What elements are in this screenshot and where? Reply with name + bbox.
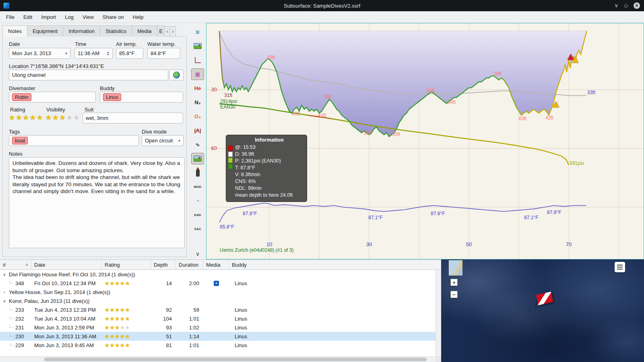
dive-mode-value: Open circuit [145,138,173,144]
menu-import[interactable]: Import [37,12,60,22]
vertical-scrollbar[interactable] [436,270,441,356]
tab-scroll-right-button[interactable]: › [170,26,176,37]
swimmer-icon[interactable]: ≋ [191,26,204,38]
buddy-field[interactable]: Linus [100,92,183,103]
menu-help[interactable]: Help [128,12,148,22]
tab-extra-info[interactable]: E [157,25,165,37]
menu-view[interactable]: View [78,12,98,22]
gas-bottle-icon[interactable] [191,167,204,179]
main-area: Notes Equipment Information Statistics M… [0,23,644,259]
column-header-buddy[interactable]: Buddy [229,260,441,269]
minimize-button[interactable]: ∨ [614,2,618,9]
dive-duration: 1:01 [176,342,203,348]
visibility-stars[interactable]: ★★★★★ [45,114,79,121]
scrollbar-thumb[interactable] [44,358,427,361]
star-icon: ★ [105,334,109,339]
star-icon: ★ [110,325,115,330]
divemaster-field[interactable]: Robin [9,92,96,103]
close-button[interactable]: × [634,2,640,9]
media-icon[interactable] [214,281,219,286]
column-header-date[interactable]: Date [31,260,102,269]
dive-flag-marker[interactable] [536,292,553,305]
buddy-chip[interactable]: Linus [103,93,121,101]
pictures-toggle-icon[interactable] [191,153,204,165]
dive-row[interactable]: 230Mon Jun 3, 2013 11:36 AM★★★★★511:14Li… [0,332,436,341]
photos-icon[interactable] [191,40,204,52]
dive-row[interactable]: 229Mon Jun 3, 2013 9:45 AM★★★★★811:01Lin… [0,341,436,350]
menu-share-on[interactable]: Share on [98,12,128,22]
horizontal-scrollbar[interactable] [0,356,436,362]
rating-stars[interactable]: ★★★★★ [9,114,43,121]
menu-log[interactable]: Log [60,12,78,22]
dive-site-map[interactable]: + − [441,259,644,362]
dive-row[interactable]: 348Fri Oct 10, 2014 12:34 PM★★★★★142:00L… [0,279,436,288]
scrollbar-corner [436,356,441,362]
maximize-button[interactable]: ◇ [624,2,628,9]
suit-field[interactable] [83,113,183,123]
spinner-arrows-icon[interactable]: ▲▼ [107,51,109,56]
tab-media[interactable]: Media [132,25,157,37]
map-zoom-out-button[interactable]: − [450,291,458,298]
column-header-depth[interactable]: Depth [151,260,176,269]
map-location-button[interactable] [169,70,184,80]
trip-row[interactable]: ›Yellow House, Sun Sep 21, 2014 (1 dive(… [0,288,436,296]
trip-row[interactable]: ∨Divi Flamingo House Reef, Fri Oct 10, 2… [0,270,436,279]
ead-icon[interactable]: EAD [191,209,204,221]
heart-rate-icon[interactable]: ∿ [191,139,204,150]
tags-field[interactable]: boat [9,135,139,146]
sort-ascending-icon: ∧ [25,263,28,267]
tab-notes[interactable]: Notes [2,25,27,37]
tab-equipment[interactable]: Equipment [27,25,63,37]
tab-information[interactable]: Information [63,25,100,37]
dive-buddy: Linus [229,316,436,322]
toolbar-collapse-icon[interactable]: ∨ [196,251,200,257]
dive-rating: ★★★★★ [102,325,151,330]
map-menu-button[interactable] [615,262,625,272]
column-header-media[interactable]: Media [203,260,229,269]
column-header-number[interactable]: #∧ [0,260,31,269]
collapse-icon[interactable]: ∨ [2,272,7,277]
map-overview-inset[interactable] [448,260,463,276]
air-temp-field[interactable] [116,48,143,59]
dive-row[interactable]: 231Mon Jun 3, 2013 2:59 PM★★★★★931:02Lin… [0,323,436,332]
date-select[interactable]: Mon Jun 3, 2013 ▾ [9,48,70,59]
dive-computer-ceiling-icon[interactable]: ▦ [191,68,204,80]
star-icon: ★ [120,325,125,330]
dive-row[interactable]: 232Tue Jun 4, 2013 10:04 AM★★★★★1041:01L… [0,314,436,323]
dive-date: Mon Jun 3, 2013 11:36 AM [31,333,102,339]
air-graph-icon[interactable]: |A| [191,125,204,136]
dive-number: 233 [0,307,31,313]
sac-icon[interactable]: SAC [191,223,204,235]
star-icon: ★ [60,114,66,121]
tree-line-icon [10,342,14,346]
menu-edit[interactable]: Edit [19,12,37,22]
photo-glyph-icon [194,156,202,162]
tag-chip[interactable]: boat [12,137,28,144]
scale-icon[interactable] [191,54,204,66]
star-icon: ★ [125,325,130,330]
tab-scroll-left-button[interactable]: ‹ [164,26,170,37]
trip-row[interactable]: ∨Koror, Palau, Jun 2013 (11 dive(s)) [0,296,436,305]
menu-file[interactable]: File [2,12,19,22]
dc-reported-ceiling-icon[interactable]: ◔ [191,195,204,207]
expand-icon[interactable]: › [2,290,7,294]
notes-textarea[interactable]: Unbelievable dive. Dozens and dozens of … [9,157,185,248]
tab-statistics[interactable]: Statistics [100,25,132,37]
dive-row[interactable]: 233Tue Jun 4, 2013 12:28 PM★★★★★9259Linu… [0,305,436,314]
time-spinner[interactable]: 11:36 AM ▲▼ [74,48,113,59]
oxygen-graph-icon[interactable]: O₂ [191,111,204,122]
map-zoom-in-button[interactable]: + [450,279,458,286]
date-label: Date [9,41,20,47]
location-field[interactable] [9,70,168,80]
dive-mode-select[interactable]: Open circuit ▾ [142,135,184,146]
water-temp-field[interactable] [147,48,180,59]
collapse-icon[interactable]: ∨ [2,299,7,303]
column-header-duration[interactable]: Duration [176,260,203,269]
mod-icon[interactable]: MOD [191,181,204,193]
divemaster-chip[interactable]: Robin [12,93,31,101]
info-box-legend-stripe [228,146,233,170]
nitrogen-graph-icon[interactable]: N₂ [191,97,204,108]
time-label: Time [75,41,86,47]
helium-graph-icon[interactable]: He [191,82,204,94]
column-header-rating[interactable]: Rating [102,260,151,269]
